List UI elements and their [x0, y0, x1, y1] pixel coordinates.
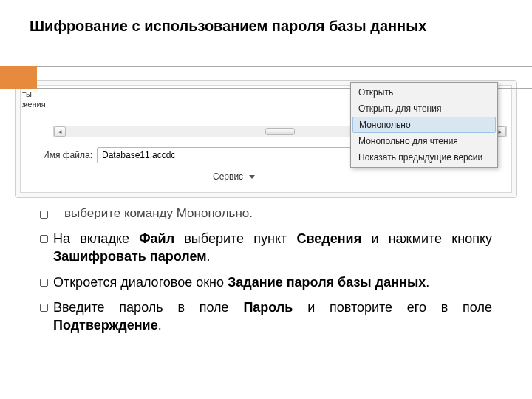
accent-bar: [0, 66, 37, 89]
chevron-down-icon: [249, 175, 255, 179]
menu-item-prev-versions[interactable]: Показать предыдущие версии: [351, 149, 497, 166]
text: .: [426, 275, 429, 290]
bold-file: Файл: [139, 231, 174, 246]
text: и нажмите кнопку: [361, 231, 492, 246]
list-item: Введите пароль в поле Пароль и повторите…: [40, 299, 492, 335]
text: .: [158, 318, 162, 332]
bold-info: Сведения: [296, 231, 361, 246]
screenshot-container: ты жения ◄ ► Имя файла: Сервис Открыть О…: [15, 80, 517, 198]
left-panel-fragment: ты жения: [21, 86, 53, 130]
text: и повторите его в поле: [293, 300, 492, 315]
menu-item-open[interactable]: Открыть: [351, 84, 497, 100]
dialog-inner: ты жения ◄ ► Имя файла: Сервис Открыть О…: [20, 85, 512, 193]
menu-item-open-read[interactable]: Открыть для чтения: [351, 100, 497, 117]
filename-label: Имя файла:: [43, 150, 92, 160]
left-text-2: жения: [22, 99, 52, 109]
text: На вкладке: [53, 231, 139, 246]
service-label: Сервис: [213, 171, 243, 182]
left-text-1: ты: [22, 89, 52, 99]
instruction-list: □ выберите команду Монопольно. На вкладк…: [40, 205, 492, 341]
text: Откроется диалоговое окно: [53, 275, 228, 290]
text: выберите пункт: [174, 231, 296, 246]
bold-encrypt: Зашифровать паролем: [53, 249, 207, 264]
bold-dialog: Задание пароля базы данных: [228, 275, 426, 290]
slide-title: Шифрование с использованием пароля базы …: [0, 0, 532, 44]
partial-line: выберите команду Монопольно.: [64, 206, 253, 220]
scroll-thumb[interactable]: [265, 128, 295, 135]
open-mode-menu: Открыть Открыть для чтения Монопольно Мо…: [350, 82, 498, 168]
bold-password: Пароль: [243, 300, 293, 315]
bold-confirm: Подтверждение: [53, 318, 158, 332]
list-item: Откроется диалоговое окно Задание пароля…: [40, 273, 492, 291]
text: Введите пароль в поле: [53, 300, 243, 315]
menu-item-exclusive-read[interactable]: Монопольно для чтения: [351, 133, 497, 149]
text: .: [207, 249, 211, 264]
list-item: На вкладке Файл выберите пункт Сведения …: [40, 230, 492, 266]
service-dropdown[interactable]: Сервис: [213, 168, 255, 185]
scroll-left-button[interactable]: ◄: [54, 126, 66, 137]
menu-item-exclusive[interactable]: Монопольно: [352, 117, 496, 133]
